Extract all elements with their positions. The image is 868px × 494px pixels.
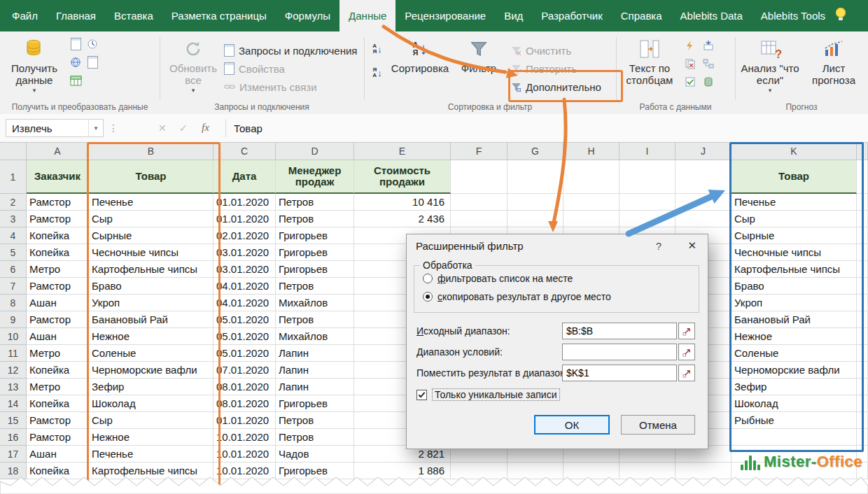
- cell-A9[interactable]: Рамстор: [27, 311, 89, 328]
- properties-button[interactable]: Свойства: [224, 61, 285, 76]
- cell-B3[interactable]: Сыр: [89, 211, 214, 227]
- from-text-csv-icon[interactable]: [69, 37, 83, 51]
- tab-файл[interactable]: Файл: [3, 0, 47, 31]
- cell-F1[interactable]: [451, 160, 507, 194]
- cell-C7[interactable]: 04.01.2020: [214, 278, 276, 295]
- cell-A4[interactable]: Копейка: [27, 227, 89, 244]
- cell-C10[interactable]: 05.01.2020: [214, 328, 276, 345]
- cell-K12[interactable]: Черноморские вафли: [732, 362, 857, 379]
- cell-C15[interactable]: 01.01.2020: [214, 412, 276, 429]
- tab-разметка-страницы[interactable]: Разметка страницы: [162, 0, 276, 31]
- tab-разработчик[interactable]: Разработчик: [532, 0, 611, 31]
- cell-D16[interactable]: Петров: [276, 429, 354, 446]
- clear-filter-button[interactable]: Очистить: [511, 43, 571, 58]
- dialog-close-button[interactable]: ✕: [687, 239, 696, 252]
- cell-J2[interactable]: [676, 194, 732, 211]
- cell-D5[interactable]: Григорьев: [276, 244, 354, 261]
- cell-K5[interactable]: Чесночные чипсы: [732, 244, 857, 261]
- cell-K9[interactable]: Банановый Рай: [732, 311, 857, 328]
- cell-A8[interactable]: Ашан: [27, 295, 89, 311]
- cell-G1[interactable]: [507, 160, 564, 194]
- column-header-B[interactable]: B: [89, 142, 214, 160]
- cell-B18[interactable]: Картофельные чипсы: [89, 463, 214, 479]
- cell-C6[interactable]: 03.01.2020: [214, 261, 276, 278]
- row-header-13[interactable]: 13: [0, 379, 27, 395]
- cell-B5[interactable]: Чесночные чипсы: [89, 244, 214, 261]
- cell-B6[interactable]: Картофельные чипсы: [89, 261, 214, 278]
- insert-function-icon[interactable]: fx: [202, 122, 209, 134]
- cell-K13[interactable]: Зефир: [732, 379, 857, 395]
- cell-D10[interactable]: Михайлов: [276, 328, 354, 345]
- cell-K16[interactable]: [732, 429, 857, 446]
- row-header-5[interactable]: 5: [0, 244, 27, 261]
- cell-A14[interactable]: Копейка: [27, 395, 89, 412]
- dialog-title-bar[interactable]: Расширенный фильтр: [407, 234, 708, 257]
- cell-B13[interactable]: Зефир: [89, 379, 214, 395]
- tab-справка[interactable]: Справка: [612, 0, 671, 31]
- cell-D6[interactable]: Григорьев: [276, 261, 354, 278]
- cell-A3[interactable]: Рамстор: [27, 211, 89, 227]
- cell-I1[interactable]: [620, 160, 676, 194]
- row-header-1[interactable]: 1: [0, 160, 27, 194]
- cell-C14[interactable]: 08.01.2020: [214, 395, 276, 412]
- cell-K2[interactable]: Печенье: [732, 194, 857, 211]
- edit-links-button[interactable]: Изменить связи: [224, 79, 317, 94]
- cell-D13[interactable]: Лапин: [276, 379, 354, 395]
- flash-fill-icon[interactable]: [683, 38, 697, 52]
- cell-A17[interactable]: Ашан: [27, 446, 89, 463]
- name-box[interactable]: Извлечь ▾: [6, 119, 104, 137]
- column-header-K[interactable]: K: [732, 142, 857, 160]
- forecast-sheet-button[interactable]: Лист прогноза: [805, 34, 862, 103]
- cell-A5[interactable]: Копейка: [27, 244, 89, 261]
- tell-me-lightbulb-icon[interactable]: [836, 8, 846, 17]
- cell-I2[interactable]: [620, 194, 676, 211]
- tab-ablebits-tools[interactable]: Ablebits Tools: [752, 0, 834, 31]
- cell-I18[interactable]: [620, 463, 676, 479]
- existing-connections-icon[interactable]: [85, 55, 99, 69]
- row-header-2[interactable]: 2: [0, 194, 27, 211]
- cell-A1[interactable]: Заказчик: [27, 160, 89, 194]
- column-header-D[interactable]: D: [276, 142, 354, 160]
- cell-H2[interactable]: [564, 194, 620, 211]
- confirm-entry-icon[interactable]: ✓: [179, 122, 188, 134]
- cell-C12[interactable]: 07.01.2020: [214, 362, 276, 379]
- cell-E18[interactable]: 1 886: [354, 463, 451, 479]
- cell-B4[interactable]: Сырные: [89, 227, 214, 244]
- advanced-filter-button[interactable]: Дополнительно: [511, 79, 601, 94]
- cell-C11[interactable]: 05.01.2020: [214, 345, 276, 362]
- tab-рецензирование[interactable]: Рецензирование: [396, 0, 495, 31]
- row-header-9[interactable]: 9: [0, 311, 27, 328]
- select-all-corner[interactable]: [0, 142, 27, 160]
- cell-B16[interactable]: Нежное: [89, 429, 214, 446]
- column-header-I[interactable]: I: [620, 142, 676, 160]
- reapply-filter-button[interactable]: Повторить: [511, 61, 577, 76]
- cell-G18[interactable]: [507, 463, 564, 479]
- cell-D9[interactable]: Петров: [276, 311, 354, 328]
- source-range-picker-button[interactable]: [678, 323, 695, 339]
- column-header-F[interactable]: F: [451, 142, 507, 160]
- cell-B9[interactable]: Банановый Рай: [89, 311, 214, 328]
- row-header-12[interactable]: 12: [0, 362, 27, 379]
- cell-B10[interactable]: Нежное: [89, 328, 214, 345]
- cell-A11[interactable]: Метро: [27, 345, 89, 362]
- cell-A6[interactable]: Метро: [27, 261, 89, 278]
- cell-J1[interactable]: [676, 160, 732, 194]
- sort-button[interactable]: АЯ ↓ Сортировка: [391, 34, 449, 103]
- cell-K7[interactable]: Браво: [732, 278, 857, 295]
- row-header-18[interactable]: 18: [0, 463, 27, 479]
- cell-E2[interactable]: 10 416: [354, 194, 451, 211]
- data-model-icon[interactable]: [701, 75, 715, 89]
- cell-A12[interactable]: Копейка: [27, 362, 89, 379]
- recent-sources-icon[interactable]: [85, 37, 99, 51]
- cell-B7[interactable]: Браво: [89, 278, 214, 295]
- column-header-E[interactable]: E: [354, 142, 451, 160]
- cancel-entry-icon[interactable]: ✕: [158, 122, 167, 134]
- relationships-icon[interactable]: [701, 57, 715, 71]
- row-header-7[interactable]: 7: [0, 278, 27, 295]
- cell-E3[interactable]: 2 436: [354, 211, 451, 227]
- row-header-16[interactable]: 16: [0, 429, 27, 446]
- cell-D4[interactable]: Григорьев: [276, 227, 354, 244]
- from-web-icon[interactable]: [69, 55, 83, 69]
- cell-B12[interactable]: Черноморские вафли: [89, 362, 214, 379]
- cell-D1[interactable]: Менеджер продаж: [276, 160, 354, 194]
